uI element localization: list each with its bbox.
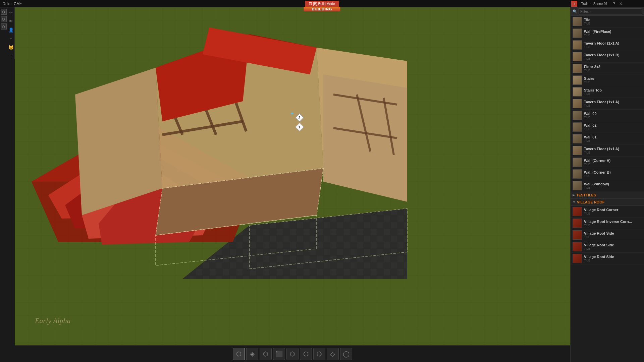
- tile-item[interactable]: Wall 01tile: [571, 133, 644, 145]
- tile-thumbnail: [573, 158, 582, 167]
- tile-type: tile: [584, 92, 642, 96]
- tile-item[interactable]: Village Roof Cornertile: [571, 206, 644, 218]
- cursor-icon[interactable]: ⊹: [8, 9, 14, 15]
- tile-thumbnail: [573, 254, 582, 263]
- gm-chevron-icon[interactable]: ▾: [20, 2, 22, 5]
- build-mode-badge: [B] Build Mode: [305, 1, 339, 7]
- tile-name: Wall (Corner B): [584, 170, 642, 174]
- help-icon[interactable]: ?: [611, 1, 616, 6]
- tile-item[interactable]: Village Roof Sidetile: [571, 229, 644, 241]
- tile-name: Tavern Floor (1x1 A): [584, 41, 642, 45]
- tile-item[interactable]: Tavern Floor (1x1 A)tile: [571, 39, 644, 51]
- tile-type: tile: [584, 127, 642, 131]
- tile-item[interactable]: Floor 2x2tile: [571, 63, 644, 74]
- tile-type: tile: [584, 45, 642, 49]
- tile-name: Wall (Corner A): [584, 159, 642, 163]
- gm-dropdown-label[interactable]: GM: [14, 2, 20, 6]
- bottom-tool-paint[interactable]: ⬡: [286, 348, 299, 360]
- role-label: Role :: [3, 2, 12, 6]
- tile-name: Tavern Floor (1x1 A): [584, 147, 642, 151]
- tile-item[interactable]: Stairs Toptile: [571, 86, 644, 98]
- bottom-tool-tool5[interactable]: ⬡: [300, 348, 312, 360]
- filter-bar: 🔍: [571, 7, 644, 16]
- tile-name: Village Roof Side: [584, 243, 642, 247]
- tile-type: tile: [584, 163, 642, 166]
- tile-thumbnail: [573, 40, 582, 50]
- tile-name: Wall 00: [584, 112, 642, 116]
- tile-thumbnail: [573, 28, 582, 38]
- tile-thumbnail: [573, 111, 582, 120]
- bottom-tool-move[interactable]: ⬡: [233, 348, 245, 360]
- building-label: Building: [304, 7, 340, 11]
- settings-icon[interactable]: ✕: [618, 1, 624, 6]
- tile-type: tile: [584, 247, 642, 250]
- tile-thumbnail: [573, 52, 582, 61]
- tile-item[interactable]: Wall (Corner A)tile: [571, 157, 644, 168]
- active-tool-icon[interactable]: 🐱: [8, 44, 14, 50]
- bottom-tool-eraser[interactable]: ⬛: [273, 348, 285, 360]
- tile-name: Wall (Window): [584, 182, 642, 186]
- bottom-tool-cube[interactable]: ⬡: [260, 348, 272, 360]
- filter-input[interactable]: [579, 8, 642, 14]
- tile-item[interactable]: Tavern Floor (1x1 A)tile: [571, 98, 644, 110]
- plus-map-icon[interactable]: +: [8, 36, 14, 42]
- tile-item[interactable]: Stairstile: [571, 74, 644, 86]
- main-canvas[interactable]: 2 1 + Early Alpha: [15, 7, 570, 345]
- tile-name: Tavern Floor (1x1 A): [584, 100, 642, 104]
- tile-thumbnail: [573, 230, 582, 240]
- tile-item[interactable]: Wall (FirePlace)tile: [571, 27, 644, 39]
- tile-item[interactable]: Tavern Floor (1x1 B)tile: [571, 51, 644, 63]
- tile-type: tile: [584, 22, 642, 25]
- left-toolbar: ⬡ ⬡ ⬡: [0, 7, 7, 29]
- tile-thumbnail: [573, 64, 582, 73]
- tile-type: tile: [584, 151, 642, 154]
- tile-item[interactable]: Tavern Floor (1x1 A)tile: [571, 145, 644, 157]
- tile-type: tile: [584, 139, 642, 142]
- tile-thumbnail: [573, 87, 582, 97]
- tile-type: tile: [584, 116, 642, 119]
- tile-name: Village Roof Corner: [584, 208, 642, 212]
- tile-type: tile: [584, 104, 642, 107]
- trailer-scene-label: Trailer : Scene 01: [579, 2, 610, 6]
- left-tool-3[interactable]: ⬡: [1, 23, 7, 29]
- tile-type: tile: [584, 57, 642, 60]
- tile-item[interactable]: Village Roof Sidetile: [571, 253, 644, 264]
- filter-search-icon: 🔍: [573, 9, 577, 14]
- eye-icon[interactable]: 👁: [8, 18, 14, 24]
- plus-icon[interactable]: +: [571, 1, 577, 7]
- tile-item[interactable]: Village Roof Inverse Corn...tile: [571, 218, 644, 229]
- chevron-right-icon: ▶: [573, 193, 575, 197]
- section-header-test-tiles[interactable]: ▶TestTiles: [571, 192, 644, 199]
- tile-list[interactable]: TiletileWall (FirePlace)tileTavern Floor…: [571, 16, 644, 362]
- bottom-tool-coin[interactable]: ◯: [340, 348, 352, 360]
- tile-name: Wall 02: [584, 123, 642, 127]
- settings-left-icon[interactable]: +: [8, 53, 14, 59]
- user-icon[interactable]: 👤: [8, 27, 14, 33]
- tile-item[interactable]: Village Roof Sidetile: [571, 241, 644, 253]
- bottom-tool-plane[interactable]: ◇: [327, 348, 339, 360]
- plus-move-icon: +: [290, 111, 293, 117]
- building-viewport: [15, 7, 570, 345]
- left-tool-1[interactable]: ⬡: [1, 9, 7, 15]
- top-bar: Role : GM ▾ [B] Build Mode Building + Tr…: [0, 0, 644, 7]
- tile-thumbnail: [573, 146, 582, 155]
- chevron-down-icon: ▼: [573, 200, 576, 204]
- bottom-tool-select[interactable]: ◈: [246, 348, 258, 360]
- tile-item[interactable]: Wall 02tile: [571, 121, 644, 133]
- tile-thumbnail: [573, 134, 582, 143]
- tile-item[interactable]: Wall (Corner B)tile: [571, 168, 644, 180]
- tile-type: tile: [584, 235, 642, 239]
- left-tool-2[interactable]: ⬡: [1, 16, 7, 22]
- tile-thumbnail: [573, 181, 582, 190]
- section-village-roof-label: Village Roof: [577, 200, 605, 204]
- tile-type: tile: [584, 34, 642, 37]
- tile-item[interactable]: Wall (Window)tile: [571, 180, 644, 192]
- bottom-tool-roof[interactable]: ⬡: [313, 348, 325, 360]
- tile-thumbnail: [573, 207, 582, 216]
- section-header-village-roof[interactable]: ▼Village Roof: [571, 199, 644, 206]
- tile-item[interactable]: Wall 00tile: [571, 110, 644, 121]
- tile-type: tile: [584, 80, 642, 84]
- tile-thumbnail: [573, 242, 582, 251]
- tile-name: Village Roof Side: [584, 231, 642, 235]
- tile-item[interactable]: Tiletile: [571, 16, 644, 27]
